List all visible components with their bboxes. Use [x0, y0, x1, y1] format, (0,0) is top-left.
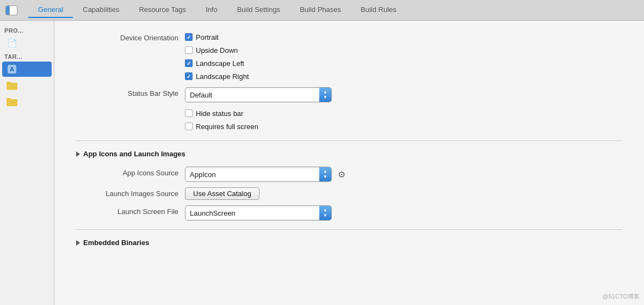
app-icons-section-header: App Icons and Launch Images: [76, 150, 622, 158]
appicon-row: AppIcon ▲ ▼ ⚙: [185, 167, 347, 182]
app-icons-source-row: App Icons Source AppIcon ▲ ▼ ⚙: [76, 167, 622, 182]
portrait-row: Portrait: [185, 32, 249, 42]
chevron-up-icon: ▲: [323, 169, 327, 174]
landscape-right-checkbox[interactable]: [185, 72, 193, 80]
embedded-binaries-section-header: Embedded Binaries: [76, 239, 622, 247]
document-icon: 📄: [7, 38, 17, 48]
landscape-left-row: Landscape Left: [185, 58, 249, 69]
app-icons-source-control: AppIcon ▲ ▼ ⚙: [185, 167, 347, 182]
app-icons-dropdown-value: AppIcon: [185, 169, 319, 180]
device-orientation-row: Device Orientation Portrait Upside Down …: [76, 32, 622, 82]
sidebar-item-app-target[interactable]: A: [2, 62, 52, 77]
status-bar-options: Hide status bar Requires full screen: [185, 108, 258, 132]
device-orientation-options: Portrait Upside Down Landscape Left Land…: [185, 32, 249, 82]
upside-down-label: Upside Down: [196, 46, 238, 54]
launch-screen-dropdown-button[interactable]: ▲ ▼: [319, 206, 331, 220]
sidebar-item-project[interactable]: 📄: [2, 35, 52, 51]
launch-images-source-label: Launch Images Source: [76, 187, 185, 199]
sidebar-toggle-left: [6, 6, 10, 15]
section-divider-1: [76, 141, 622, 141]
section-triangle-icon[interactable]: [76, 151, 80, 157]
tab-bar: General Capabilities Resource Tags Info …: [0, 0, 644, 21]
app-icons-source-label: App Icons Source: [76, 167, 185, 179]
upside-down-checkbox[interactable]: [185, 46, 193, 54]
landscape-left-label: Landscape Left: [196, 59, 244, 68]
sidebar-toggle-right: [10, 6, 17, 15]
landscape-right-label: Landscape Right: [196, 72, 249, 81]
hide-status-bar-label: Hide status bar: [196, 109, 243, 118]
sidebar-item-folder-1[interactable]: [2, 78, 52, 93]
tab-build-rules[interactable]: Build Rules: [351, 2, 406, 18]
watermark: @51CTO博客: [603, 292, 640, 301]
status-bar-label: Status Bar Style: [76, 87, 185, 99]
chevron-down-icon: ▼: [323, 213, 327, 218]
tab-general[interactable]: General: [28, 2, 73, 18]
sidebar: PRO... 📄 TAR... A: [0, 21, 54, 305]
folder-icon-2: [7, 96, 17, 107]
status-bar-row: Status Bar Style Default ▲ ▼: [76, 87, 622, 102]
use-asset-catalog-button[interactable]: Use Asset Catalog: [185, 187, 259, 200]
status-bar-dropdown-wrapper[interactable]: Default ▲ ▼: [185, 87, 332, 102]
hide-status-bar-row: Hide status bar: [185, 108, 258, 119]
launch-screen-dropdown-wrapper[interactable]: LaunchScreen ▲ ▼: [185, 205, 332, 221]
status-bar-options-empty-label: [76, 108, 185, 109]
app-icons-dropdown-wrapper[interactable]: AppIcon ▲ ▼: [185, 167, 332, 182]
sidebar-target-label: TAR...: [0, 51, 54, 61]
sidebar-item-folder-2[interactable]: [2, 94, 52, 109]
portrait-checkbox[interactable]: [185, 33, 193, 41]
device-orientation-label: Device Orientation: [76, 32, 185, 44]
status-bar-options-row: Hide status bar Requires full screen: [76, 108, 622, 132]
sidebar-toggle-button[interactable]: [5, 5, 17, 15]
chevron-down-icon: ▼: [323, 95, 327, 100]
chevron-down-icon: ▼: [323, 175, 327, 179]
launch-screen-file-row: Launch Screen File LaunchScreen ▲ ▼: [76, 205, 622, 221]
hide-status-bar-checkbox[interactable]: [185, 109, 193, 117]
tab-info[interactable]: Info: [196, 2, 227, 18]
main-layout: PRO... 📄 TAR... A: [0, 21, 644, 305]
app-icon: A: [7, 64, 17, 75]
requires-full-screen-checkbox[interactable]: [185, 123, 193, 130]
section-triangle-icon-2[interactable]: [76, 240, 80, 246]
upside-down-row: Upside Down: [185, 45, 249, 56]
chevron-up-icon: ▲: [323, 208, 327, 212]
tab-resource-tags[interactable]: Resource Tags: [129, 2, 195, 18]
launch-screen-file-control: LaunchScreen ▲ ▼: [185, 205, 332, 221]
status-bar-control: Default ▲ ▼: [185, 87, 332, 102]
folder-icon: [7, 80, 17, 91]
requires-full-screen-row: Requires full screen: [185, 121, 258, 132]
launch-screen-dropdown-value: LaunchScreen: [185, 208, 319, 219]
app-icons-dropdown-button[interactable]: ▲ ▼: [319, 167, 331, 181]
launch-images-source-row: Launch Images Source Use Asset Catalog: [76, 187, 622, 200]
landscape-left-checkbox[interactable]: [185, 59, 193, 67]
tab-build-phases[interactable]: Build Phases: [290, 2, 351, 18]
app-icons-section-label: App Icons and Launch Images: [83, 150, 185, 158]
portrait-label: Portrait: [196, 33, 219, 41]
launch-images-source-control: Use Asset Catalog: [185, 187, 259, 200]
svg-text:A: A: [10, 66, 14, 72]
status-bar-dropdown-button[interactable]: ▲ ▼: [319, 88, 331, 102]
sidebar-toggle-wrapper[interactable]: [5, 5, 17, 15]
content-area: Device Orientation Portrait Upside Down …: [54, 21, 644, 305]
embedded-binaries-section-label: Embedded Binaries: [83, 239, 149, 247]
requires-full-screen-label: Requires full screen: [196, 123, 258, 131]
landscape-right-row: Landscape Right: [185, 71, 249, 82]
section-divider-2: [76, 229, 622, 230]
gear-icon[interactable]: ⚙: [336, 169, 347, 180]
chevron-up-icon: ▲: [323, 90, 327, 94]
status-bar-dropdown-value: Default: [185, 89, 319, 101]
tab-capabilities[interactable]: Capabilities: [73, 2, 129, 18]
sidebar-project-label: PRO...: [0, 25, 54, 35]
tab-build-settings[interactable]: Build Settings: [227, 2, 290, 18]
launch-screen-file-label: Launch Screen File: [76, 205, 185, 217]
tabs-container: General Capabilities Resource Tags Info …: [28, 2, 639, 18]
